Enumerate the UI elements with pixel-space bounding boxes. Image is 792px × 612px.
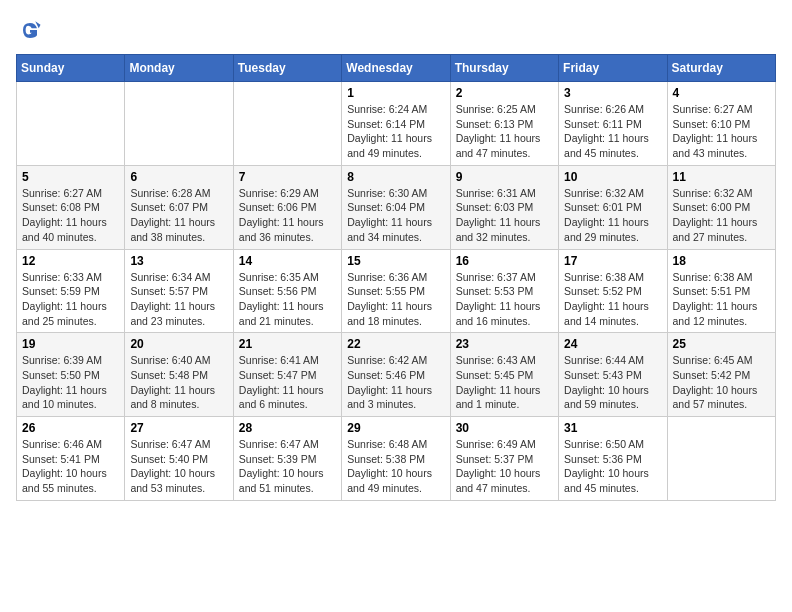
calendar-day-cell: 23Sunrise: 6:43 AM Sunset: 5:45 PM Dayli… xyxy=(450,333,558,417)
day-number: 13 xyxy=(130,254,227,268)
day-info: Sunrise: 6:29 AM Sunset: 6:06 PM Dayligh… xyxy=(239,186,336,245)
day-info: Sunrise: 6:41 AM Sunset: 5:47 PM Dayligh… xyxy=(239,353,336,412)
day-of-week-header: Wednesday xyxy=(342,55,450,82)
calendar-empty-cell xyxy=(667,417,775,501)
day-number: 7 xyxy=(239,170,336,184)
calendar-empty-cell xyxy=(17,82,125,166)
calendar-day-cell: 19Sunrise: 6:39 AM Sunset: 5:50 PM Dayli… xyxy=(17,333,125,417)
day-number: 18 xyxy=(673,254,770,268)
day-info: Sunrise: 6:47 AM Sunset: 5:40 PM Dayligh… xyxy=(130,437,227,496)
calendar-day-cell: 25Sunrise: 6:45 AM Sunset: 5:42 PM Dayli… xyxy=(667,333,775,417)
day-info: Sunrise: 6:42 AM Sunset: 5:46 PM Dayligh… xyxy=(347,353,444,412)
calendar-day-cell: 4Sunrise: 6:27 AM Sunset: 6:10 PM Daylig… xyxy=(667,82,775,166)
day-info: Sunrise: 6:30 AM Sunset: 6:04 PM Dayligh… xyxy=(347,186,444,245)
day-info: Sunrise: 6:46 AM Sunset: 5:41 PM Dayligh… xyxy=(22,437,119,496)
day-info: Sunrise: 6:25 AM Sunset: 6:13 PM Dayligh… xyxy=(456,102,553,161)
logo-icon xyxy=(16,16,44,44)
day-number: 24 xyxy=(564,337,661,351)
logo xyxy=(16,16,48,44)
day-of-week-header: Monday xyxy=(125,55,233,82)
calendar-day-cell: 17Sunrise: 6:38 AM Sunset: 5:52 PM Dayli… xyxy=(559,249,667,333)
day-number: 26 xyxy=(22,421,119,435)
calendar-day-cell: 1Sunrise: 6:24 AM Sunset: 6:14 PM Daylig… xyxy=(342,82,450,166)
day-info: Sunrise: 6:28 AM Sunset: 6:07 PM Dayligh… xyxy=(130,186,227,245)
calendar-day-cell: 26Sunrise: 6:46 AM Sunset: 5:41 PM Dayli… xyxy=(17,417,125,501)
calendar-day-cell: 27Sunrise: 6:47 AM Sunset: 5:40 PM Dayli… xyxy=(125,417,233,501)
day-number: 6 xyxy=(130,170,227,184)
day-info: Sunrise: 6:27 AM Sunset: 6:08 PM Dayligh… xyxy=(22,186,119,245)
day-info: Sunrise: 6:44 AM Sunset: 5:43 PM Dayligh… xyxy=(564,353,661,412)
calendar-day-cell: 13Sunrise: 6:34 AM Sunset: 5:57 PM Dayli… xyxy=(125,249,233,333)
day-number: 17 xyxy=(564,254,661,268)
day-number: 25 xyxy=(673,337,770,351)
calendar-day-cell: 21Sunrise: 6:41 AM Sunset: 5:47 PM Dayli… xyxy=(233,333,341,417)
day-number: 4 xyxy=(673,86,770,100)
day-info: Sunrise: 6:32 AM Sunset: 6:01 PM Dayligh… xyxy=(564,186,661,245)
day-number: 28 xyxy=(239,421,336,435)
day-of-week-header: Tuesday xyxy=(233,55,341,82)
calendar-day-cell: 14Sunrise: 6:35 AM Sunset: 5:56 PM Dayli… xyxy=(233,249,341,333)
calendar-day-cell: 31Sunrise: 6:50 AM Sunset: 5:36 PM Dayli… xyxy=(559,417,667,501)
day-info: Sunrise: 6:50 AM Sunset: 5:36 PM Dayligh… xyxy=(564,437,661,496)
calendar-empty-cell xyxy=(233,82,341,166)
day-info: Sunrise: 6:35 AM Sunset: 5:56 PM Dayligh… xyxy=(239,270,336,329)
calendar-day-cell: 20Sunrise: 6:40 AM Sunset: 5:48 PM Dayli… xyxy=(125,333,233,417)
calendar-day-cell: 9Sunrise: 6:31 AM Sunset: 6:03 PM Daylig… xyxy=(450,165,558,249)
day-info: Sunrise: 6:27 AM Sunset: 6:10 PM Dayligh… xyxy=(673,102,770,161)
day-number: 10 xyxy=(564,170,661,184)
calendar-day-cell: 22Sunrise: 6:42 AM Sunset: 5:46 PM Dayli… xyxy=(342,333,450,417)
day-of-week-header: Thursday xyxy=(450,55,558,82)
day-number: 15 xyxy=(347,254,444,268)
day-number: 2 xyxy=(456,86,553,100)
calendar-week-row: 5Sunrise: 6:27 AM Sunset: 6:08 PM Daylig… xyxy=(17,165,776,249)
calendar-day-cell: 30Sunrise: 6:49 AM Sunset: 5:37 PM Dayli… xyxy=(450,417,558,501)
day-info: Sunrise: 6:36 AM Sunset: 5:55 PM Dayligh… xyxy=(347,270,444,329)
day-number: 9 xyxy=(456,170,553,184)
day-info: Sunrise: 6:45 AM Sunset: 5:42 PM Dayligh… xyxy=(673,353,770,412)
day-number: 11 xyxy=(673,170,770,184)
day-info: Sunrise: 6:34 AM Sunset: 5:57 PM Dayligh… xyxy=(130,270,227,329)
calendar-day-cell: 2Sunrise: 6:25 AM Sunset: 6:13 PM Daylig… xyxy=(450,82,558,166)
day-number: 3 xyxy=(564,86,661,100)
calendar-week-row: 12Sunrise: 6:33 AM Sunset: 5:59 PM Dayli… xyxy=(17,249,776,333)
calendar-day-cell: 10Sunrise: 6:32 AM Sunset: 6:01 PM Dayli… xyxy=(559,165,667,249)
calendar-empty-cell xyxy=(125,82,233,166)
day-info: Sunrise: 6:38 AM Sunset: 5:51 PM Dayligh… xyxy=(673,270,770,329)
day-info: Sunrise: 6:38 AM Sunset: 5:52 PM Dayligh… xyxy=(564,270,661,329)
calendar-day-cell: 3Sunrise: 6:26 AM Sunset: 6:11 PM Daylig… xyxy=(559,82,667,166)
calendar-table: SundayMondayTuesdayWednesdayThursdayFrid… xyxy=(16,54,776,501)
day-number: 16 xyxy=(456,254,553,268)
day-info: Sunrise: 6:24 AM Sunset: 6:14 PM Dayligh… xyxy=(347,102,444,161)
page-header xyxy=(16,16,776,44)
day-info: Sunrise: 6:26 AM Sunset: 6:11 PM Dayligh… xyxy=(564,102,661,161)
day-number: 31 xyxy=(564,421,661,435)
day-of-week-header: Friday xyxy=(559,55,667,82)
day-info: Sunrise: 6:33 AM Sunset: 5:59 PM Dayligh… xyxy=(22,270,119,329)
calendar-day-cell: 18Sunrise: 6:38 AM Sunset: 5:51 PM Dayli… xyxy=(667,249,775,333)
day-info: Sunrise: 6:48 AM Sunset: 5:38 PM Dayligh… xyxy=(347,437,444,496)
day-info: Sunrise: 6:49 AM Sunset: 5:37 PM Dayligh… xyxy=(456,437,553,496)
calendar-day-cell: 29Sunrise: 6:48 AM Sunset: 5:38 PM Dayli… xyxy=(342,417,450,501)
day-info: Sunrise: 6:32 AM Sunset: 6:00 PM Dayligh… xyxy=(673,186,770,245)
calendar-day-cell: 24Sunrise: 6:44 AM Sunset: 5:43 PM Dayli… xyxy=(559,333,667,417)
day-number: 19 xyxy=(22,337,119,351)
calendar-day-cell: 16Sunrise: 6:37 AM Sunset: 5:53 PM Dayli… xyxy=(450,249,558,333)
day-number: 23 xyxy=(456,337,553,351)
calendar-day-cell: 15Sunrise: 6:36 AM Sunset: 5:55 PM Dayli… xyxy=(342,249,450,333)
calendar-day-cell: 7Sunrise: 6:29 AM Sunset: 6:06 PM Daylig… xyxy=(233,165,341,249)
day-number: 12 xyxy=(22,254,119,268)
day-number: 14 xyxy=(239,254,336,268)
day-info: Sunrise: 6:31 AM Sunset: 6:03 PM Dayligh… xyxy=(456,186,553,245)
calendar-day-cell: 5Sunrise: 6:27 AM Sunset: 6:08 PM Daylig… xyxy=(17,165,125,249)
day-of-week-header: Saturday xyxy=(667,55,775,82)
day-number: 22 xyxy=(347,337,444,351)
calendar-day-cell: 8Sunrise: 6:30 AM Sunset: 6:04 PM Daylig… xyxy=(342,165,450,249)
day-number: 30 xyxy=(456,421,553,435)
calendar-day-cell: 12Sunrise: 6:33 AM Sunset: 5:59 PM Dayli… xyxy=(17,249,125,333)
day-number: 21 xyxy=(239,337,336,351)
calendar-header-row: SundayMondayTuesdayWednesdayThursdayFrid… xyxy=(17,55,776,82)
day-number: 27 xyxy=(130,421,227,435)
day-info: Sunrise: 6:43 AM Sunset: 5:45 PM Dayligh… xyxy=(456,353,553,412)
day-info: Sunrise: 6:40 AM Sunset: 5:48 PM Dayligh… xyxy=(130,353,227,412)
day-info: Sunrise: 6:47 AM Sunset: 5:39 PM Dayligh… xyxy=(239,437,336,496)
